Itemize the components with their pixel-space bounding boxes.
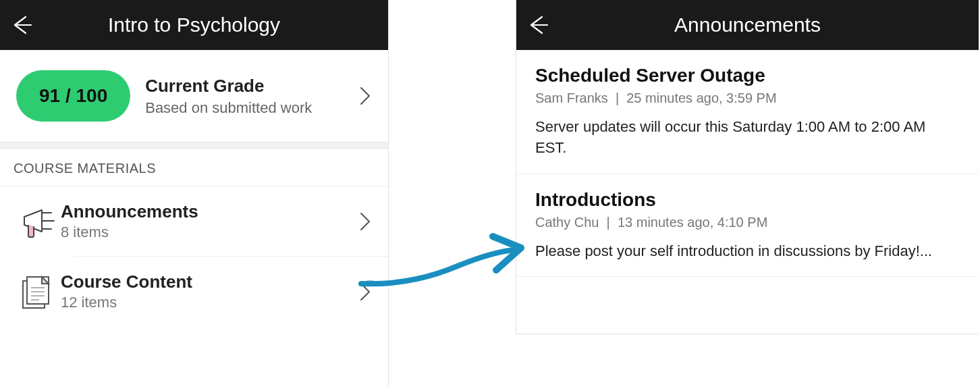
announcement-time: 13 minutes ago, 4:10 PM — [618, 215, 767, 230]
back-button[interactable] — [0, 0, 40, 50]
announcement-author: Sam Franks — [535, 91, 608, 105]
course-panel: Intro to Psychology 91 / 100 Current Gra… — [0, 0, 389, 387]
chevron-right-icon — [360, 86, 371, 105]
course-header: Intro to Psychology — [0, 0, 388, 50]
announcements-header: Announcements — [516, 0, 979, 50]
section-separator — [0, 142, 388, 149]
material-text: Course Content 12 items — [61, 272, 192, 311]
back-arrow-icon — [523, 11, 550, 38]
material-text: Announcements 8 items — [61, 201, 198, 241]
material-item-course-content[interactable]: Course Content 12 items — [0, 257, 388, 326]
current-grade-row[interactable]: 91 / 100 Current Grade Based on submitte… — [0, 50, 388, 142]
grade-pill: 91 / 100 — [16, 70, 130, 122]
material-title: Announcements — [61, 201, 198, 222]
material-title: Course Content — [61, 272, 192, 292]
announcement-title: Scheduled Server Outage — [535, 65, 960, 86]
meta-separator: | — [611, 91, 626, 105]
meta-separator: | — [603, 215, 618, 230]
chevron-right-icon — [360, 282, 371, 301]
announcements-title: Announcements — [516, 14, 979, 36]
material-sub: 12 items — [61, 294, 192, 311]
material-sub: 8 items — [61, 224, 198, 241]
announcement-meta: Cathy Chu | 13 minutes ago, 4:10 PM — [535, 215, 960, 230]
announcement-body: Server updates will occur this Saturday … — [535, 117, 960, 159]
course-title: Intro to Psychology — [0, 14, 388, 36]
back-button[interactable] — [516, 0, 557, 50]
announcement-meta: Sam Franks | 25 minutes ago, 3:59 PM — [535, 91, 960, 106]
grade-text: Current Grade Based on submitted work — [145, 76, 312, 117]
back-arrow-icon — [7, 11, 34, 38]
course-materials-label: COURSE MATERIALS — [0, 149, 388, 186]
announcements-panel: Announcements Scheduled Server Outage Sa… — [516, 0, 979, 334]
announcement-item[interactable]: Scheduled Server Outage Sam Franks | 25 … — [516, 50, 979, 174]
material-item-announcements[interactable]: Announcements 8 items — [0, 186, 388, 256]
grade-label: Current Grade — [145, 76, 312, 97]
announcement-title: Introductions — [535, 189, 960, 211]
grade-sublabel: Based on submitted work — [145, 99, 312, 117]
announcements-icon — [13, 205, 61, 238]
announcement-author: Cathy Chu — [535, 215, 599, 230]
announcement-item[interactable]: Introductions Cathy Chu | 13 minutes ago… — [516, 174, 979, 278]
chevron-right-icon — [360, 212, 371, 231]
documents-icon — [13, 273, 61, 311]
announcement-body: Please post your self introduction in di… — [535, 241, 960, 262]
announcement-time: 25 minutes ago, 3:59 PM — [626, 91, 776, 105]
